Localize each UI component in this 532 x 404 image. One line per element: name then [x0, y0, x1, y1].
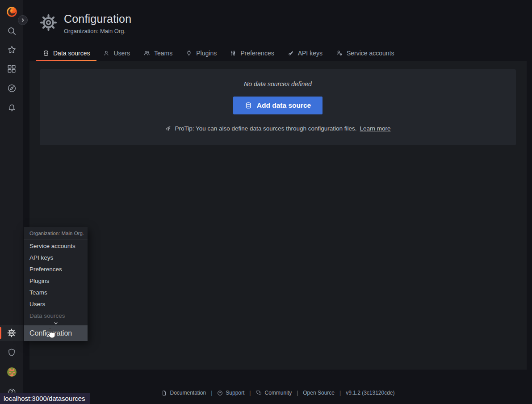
- tab-bar: Data sources Users Teams Plugins Prefere…: [36, 45, 401, 61]
- page-title: Configuration: [64, 13, 131, 25]
- footer-link-label: Support: [226, 390, 244, 396]
- database-icon: [43, 50, 49, 56]
- rocket-icon: [165, 125, 172, 132]
- footer-link-documentation[interactable]: Documentation: [161, 390, 206, 396]
- user-gear-icon: [336, 50, 343, 56]
- content-container: No data sources defined Add data source …: [29, 61, 527, 370]
- users-icon: [143, 50, 150, 56]
- empty-state-panel: No data sources defined Add data source …: [40, 69, 516, 145]
- chevron-down-icon: [24, 321, 88, 325]
- tab-plugins[interactable]: Plugins: [179, 45, 223, 61]
- tab-label: Teams: [154, 50, 172, 57]
- avatar-image: [7, 367, 17, 377]
- expand-sidebar-button[interactable]: [18, 15, 28, 25]
- page-header: Configuration Organization: Main Org.: [39, 13, 131, 34]
- footer-link-open-source[interactable]: Open Source: [303, 390, 335, 396]
- tab-preferences[interactable]: Preferences: [223, 45, 281, 61]
- tab-label: Users: [113, 50, 130, 57]
- page-subtitle: Organization: Main Org.: [64, 28, 131, 34]
- protip-row: ProTip: You can also define data sources…: [165, 125, 390, 132]
- alerting-bell-icon[interactable]: [0, 102, 23, 114]
- menu-item-preferences[interactable]: Preferences: [24, 263, 88, 275]
- server-admin-shield-icon[interactable]: [0, 347, 23, 358]
- search-icon[interactable]: [0, 25, 23, 37]
- gear-icon: [0, 328, 23, 338]
- tab-data-sources[interactable]: Data sources: [36, 45, 96, 61]
- footer-link-label: Open Source: [303, 390, 335, 396]
- menu-item-data-sources[interactable]: Data sources: [24, 310, 88, 321]
- menu-item-teams[interactable]: Teams: [24, 286, 88, 298]
- tab-label: API keys: [298, 50, 323, 57]
- footer-separator: |: [211, 390, 212, 396]
- tab-teams[interactable]: Teams: [137, 45, 179, 61]
- tab-api-keys[interactable]: API keys: [281, 45, 329, 61]
- sidebar: [0, 0, 23, 404]
- question-circle-icon: [217, 390, 223, 396]
- browser-status-bar: localhost:3000/datasources: [0, 393, 90, 404]
- plug-icon: [186, 50, 192, 56]
- footer: Documentation | Support | Community | Op…: [29, 390, 527, 396]
- chat-icon: [256, 390, 262, 396]
- grafana-logo-icon: [6, 6, 18, 18]
- learn-more-link[interactable]: Learn more: [360, 125, 390, 132]
- tab-label: Service accounts: [347, 50, 394, 57]
- tab-label: Plugins: [196, 50, 217, 57]
- database-icon: [245, 102, 252, 109]
- tab-service-accounts[interactable]: Service accounts: [329, 45, 401, 61]
- page-header-text: Configuration Organization: Main Org.: [64, 13, 131, 34]
- sliders-icon: [230, 50, 236, 56]
- explore-compass-icon[interactable]: [0, 82, 23, 94]
- user-icon: [103, 50, 109, 56]
- menu-item-plugins[interactable]: Plugins: [24, 275, 88, 286]
- footer-separator: |: [339, 390, 341, 396]
- footer-link-label: Community: [264, 390, 292, 396]
- tab-label: Preferences: [240, 50, 274, 57]
- tab-label: Data sources: [53, 50, 90, 57]
- menu-org-header: Organization: Main Org.: [24, 227, 88, 240]
- footer-link-support[interactable]: Support: [217, 390, 244, 396]
- footer-separator: |: [249, 390, 251, 396]
- menu-item-users[interactable]: Users: [24, 298, 88, 310]
- footer-link-community[interactable]: Community: [256, 390, 292, 396]
- user-avatar[interactable]: [0, 367, 23, 377]
- add-data-source-label: Add data source: [257, 101, 311, 109]
- empty-state-message: No data sources defined: [244, 80, 312, 88]
- footer-separator: |: [297, 390, 298, 396]
- status-url: localhost:3000/datasources: [4, 395, 85, 402]
- key-icon: [288, 50, 294, 56]
- footer-link-label: Documentation: [170, 390, 206, 396]
- tab-users[interactable]: Users: [96, 45, 137, 61]
- footer-version: v9.1.2 (3c13120cde): [346, 390, 394, 396]
- add-data-source-button[interactable]: Add data source: [233, 97, 323, 114]
- protip-text: ProTip: You can also define data sources…: [175, 125, 356, 132]
- starred-icon[interactable]: [0, 44, 23, 55]
- configuration-gear-icon: [39, 13, 58, 32]
- document-icon: [161, 390, 167, 396]
- sidebar-item-configuration[interactable]: [0, 325, 23, 341]
- dashboards-icon[interactable]: [0, 63, 23, 75]
- configuration-nav-menu: Organization: Main Org. Service accounts…: [24, 227, 88, 341]
- menu-title-configuration[interactable]: Configuration: [24, 325, 88, 341]
- chevron-right-icon: [20, 17, 25, 23]
- menu-item-service-accounts[interactable]: Service accounts: [24, 240, 88, 252]
- menu-item-api-keys[interactable]: API keys: [24, 252, 88, 263]
